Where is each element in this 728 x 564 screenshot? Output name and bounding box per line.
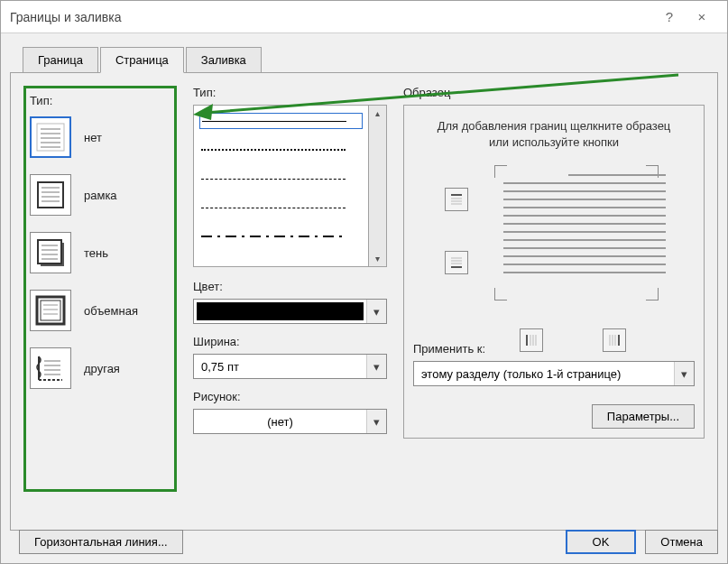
dialog-footer: Горизонтальная линия... OK Отмена [10,530,718,554]
dialog-title: Границы и заливка [10,10,653,24]
color-heading: Цвет: [193,280,387,293]
tab-border-label: Граница [38,53,83,67]
art-dropdown[interactable]: (нет) ▾ [193,409,387,434]
type-box-label: рамка [84,189,117,202]
type-none-icon [30,116,71,158]
apply-to-value: этому разделу (только 1-й странице) [414,362,674,385]
border-top-button[interactable] [445,188,468,211]
type-option-shadow[interactable]: тень [30,232,170,273]
color-swatch [197,302,364,320]
color-dropdown[interactable]: ▾ [193,299,387,324]
line-style-dash-short[interactable] [199,171,363,187]
help-button[interactable]: ? [653,9,686,24]
scroll-up-icon[interactable]: ▴ [375,108,380,118]
type-option-none[interactable]: нет [30,116,170,158]
art-heading: Рисунок: [193,390,387,403]
close-button[interactable]: × [686,9,718,24]
cancel-button[interactable]: Отмена [645,530,718,554]
scroll-down-icon[interactable]: ▾ [375,254,380,264]
width-dropdown[interactable]: 0,75 пт ▾ [193,354,387,379]
dropdown-arrow-icon: ▾ [366,410,386,433]
line-style-dotted[interactable] [199,142,363,158]
svg-rect-6 [38,182,63,208]
preview-page-icon [503,174,666,280]
svg-rect-12 [38,240,61,264]
style-heading: Тип: [193,86,387,99]
tab-fill[interactable]: Заливка [186,47,262,73]
type-shadow-icon [30,232,71,273]
type-option-custom[interactable]: другая [30,347,170,389]
preview-column: Образец Для добавления границ щелкните о… [403,86,705,501]
type-3d-label: объемная [84,304,138,318]
type-column: Тип: нет рамка [23,86,177,501]
annotation-highlight-box: Тип: нет рамка [23,86,177,492]
line-style-solid[interactable] [199,113,363,129]
type-none-label: нет [84,131,102,144]
line-style-scrollbar[interactable]: ▴ ▾ [368,106,386,266]
tab-strip: Граница Страница Заливка [1,33,727,72]
type-3d-icon [30,290,71,331]
borders-shading-dialog: Границы и заливка ? × Граница Страница З… [0,0,728,564]
type-custom-label: другая [84,362,120,375]
art-value: (нет) [194,410,366,433]
titlebar: Границы и заливка ? × [1,1,727,33]
line-style-dashdot[interactable] [199,228,363,245]
options-button[interactable]: Параметры... [592,404,695,429]
preview-heading: Образец [403,86,705,99]
type-custom-icon [30,347,71,389]
apply-to-dropdown[interactable]: этому разделу (только 1-й странице) ▾ [413,361,695,386]
line-style-dash-long[interactable] [199,199,363,216]
type-option-3d[interactable]: объемная [30,290,170,331]
preview-corner-br [646,288,659,300]
style-column: Тип: ▴ ▾ Цвет: [193,86,387,501]
dropdown-arrow-icon: ▾ [366,300,386,323]
svg-rect-33 [451,266,462,268]
tab-border[interactable]: Граница [23,47,98,73]
tab-page-label: Страница [115,53,169,67]
tab-fill-label: Заливка [201,53,246,67]
preview-panel: Для добавления границ щелкните образец и… [403,105,705,439]
dropdown-arrow-icon: ▾ [366,355,386,378]
preview-hint-text: Для добавления границ щелкните образец и… [413,115,695,165]
apply-to-label: Применить к: [413,342,695,356]
tab-page[interactable]: Страница [100,47,184,73]
type-shadow-label: тень [84,246,108,260]
preview-corner-bl [494,288,507,300]
line-style-list: ▴ ▾ [193,105,387,267]
dropdown-arrow-icon: ▾ [674,362,694,385]
type-heading: Тип: [30,94,170,107]
type-box-icon [30,174,71,216]
horizontal-line-button[interactable]: Горизонтальная линия... [19,530,183,554]
width-heading: Ширина: [193,335,387,348]
svg-rect-18 [41,300,60,320]
type-option-box[interactable]: рамка [30,174,170,216]
width-value: 0,75 пт [194,355,366,378]
dialog-body: Тип: нет рамка [10,72,718,531]
svg-rect-26 [451,194,462,196]
preview-stage[interactable] [431,165,677,310]
border-bottom-button[interactable] [445,251,468,274]
ok-button[interactable]: OK [566,530,637,554]
